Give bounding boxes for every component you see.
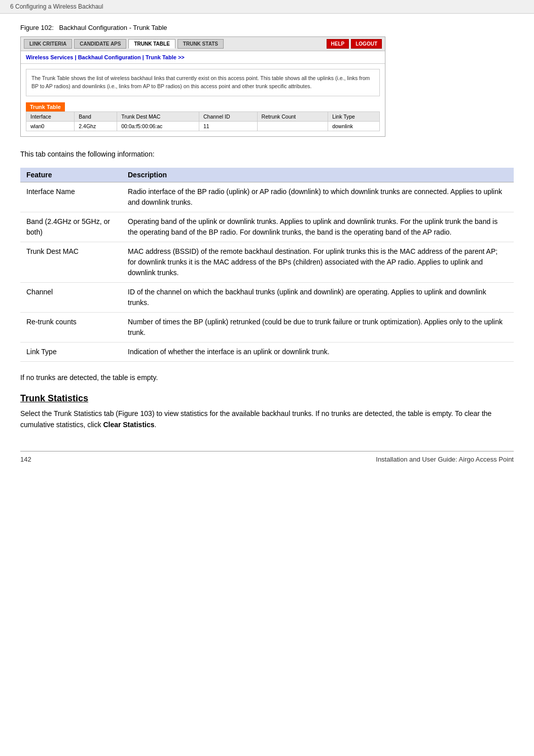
- feature-table: Feature Description Interface NameRadio …: [20, 168, 514, 362]
- tab-trunk-table[interactable]: TRUNK TABLE: [128, 39, 175, 49]
- trunk-data-table: Interface Band Trunk Dest MAC Channel ID…: [26, 111, 380, 131]
- feature-row: ChannelID of the channel on which the ba…: [20, 282, 514, 312]
- table-row: wlan02.4Ghz00:0a:f5:00:06:ac11downlink: [26, 121, 380, 131]
- page-number: 142: [20, 456, 31, 463]
- logout-button[interactable]: LOGOUT: [351, 39, 382, 49]
- intro-text: This tab contains the following informat…: [20, 149, 514, 160]
- feature-name: Interface Name: [20, 182, 122, 212]
- tab-trunk-stats[interactable]: TRUNK STATS: [177, 39, 224, 49]
- col-band: Band: [75, 111, 117, 121]
- feature-description: ID of the channel on which the backhaul …: [122, 282, 514, 312]
- figure-number: Figure 102:: [20, 24, 54, 31]
- figure-caption: Figure 102: Backhaul Configuration - Tru…: [20, 24, 514, 31]
- chapter-header: 6 Configuring a Wireless Backhaul: [0, 0, 534, 14]
- breadcrumb: Wireless Services | Backhaul Configurati…: [21, 51, 385, 64]
- col-trunk-dest-mac: Trunk Dest MAC: [117, 111, 199, 121]
- page-footer: 142 Installation and User Guide: Airgo A…: [20, 451, 514, 463]
- feature-row: Link TypeIndication of whether the inter…: [20, 342, 514, 361]
- feature-row: Interface NameRadio interface of the BP …: [20, 182, 514, 212]
- col-channel-id: Channel ID: [199, 111, 257, 121]
- description-col-header: Description: [122, 168, 514, 182]
- trunk-table-section: Trunk Table Interface Band Trunk Dest MA…: [26, 102, 380, 131]
- feature-name: Trunk Dest MAC: [20, 242, 122, 282]
- feature-row: Band (2.4GHz or 5GHz, or both)Operating …: [20, 212, 514, 242]
- feature-name: Re-trunk counts: [20, 312, 122, 342]
- trunk-table-label: Trunk Table: [26, 102, 65, 111]
- feature-col-header: Feature: [20, 168, 122, 182]
- section-body-text: Select the Trunk Statistics tab (Figure …: [20, 408, 514, 431]
- feature-name: Band (2.4GHz or 5GHz, or both): [20, 212, 122, 242]
- figure-title: Backhaul Configuration - Trunk Table: [59, 24, 167, 31]
- col-retrunk-count: Retrunk Count: [257, 111, 328, 121]
- feature-description: Operating band of the uplink or downlink…: [122, 212, 514, 242]
- tab-candidate-aps[interactable]: CANDIDATE APs: [74, 39, 126, 49]
- tab-link-criteria[interactable]: LINK CRITERIA: [24, 39, 72, 49]
- feature-name: Channel: [20, 282, 122, 312]
- feature-description: Number of times the BP (uplink) retrunke…: [122, 312, 514, 342]
- nav-bar: LINK CRITERIA CANDIDATE APs TRUNK TABLE …: [21, 37, 385, 51]
- ui-screenshot: LINK CRITERIA CANDIDATE APs TRUNK TABLE …: [20, 36, 385, 137]
- feature-name: Link Type: [20, 342, 122, 361]
- trunk-statistics-heading: Trunk Statistics: [20, 393, 514, 404]
- footer-right: Installation and User Guide: Airgo Acces…: [376, 456, 514, 463]
- col-link-type: Link Type: [328, 111, 380, 121]
- feature-description: MAC address (BSSID) of the remote backha…: [122, 242, 514, 282]
- info-box: The Trunk Table shows the list of wirele…: [26, 69, 380, 96]
- col-interface: Interface: [26, 111, 75, 121]
- feature-description: Indication of whether the interface is a…: [122, 342, 514, 361]
- chapter-title: 6 Configuring a Wireless Backhaul: [10, 3, 103, 10]
- feature-row: Re-trunk countsNumber of times the BP (u…: [20, 312, 514, 342]
- feature-row: Trunk Dest MACMAC address (BSSID) of the…: [20, 242, 514, 282]
- help-button[interactable]: HELP: [327, 39, 349, 49]
- feature-description: Radio interface of the BP radio (uplink)…: [122, 182, 514, 212]
- ui-body: The Trunk Table shows the list of wirele…: [21, 64, 385, 136]
- empty-note: If no trunks are detected, the table is …: [20, 372, 514, 383]
